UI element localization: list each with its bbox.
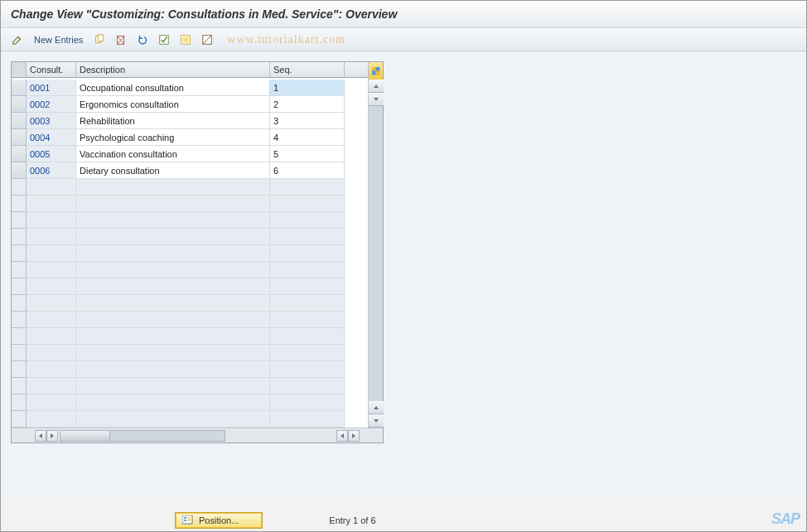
row-selector[interactable] bbox=[12, 162, 27, 179]
cell-description[interactable]: Psychological coaching bbox=[76, 129, 270, 146]
delete-icon[interactable] bbox=[113, 31, 129, 48]
select-block-icon[interactable] bbox=[177, 31, 194, 48]
cell-empty[interactable] bbox=[270, 245, 345, 262]
cell-empty[interactable] bbox=[270, 411, 345, 428]
cell-empty[interactable] bbox=[270, 278, 345, 295]
cell-consult[interactable]: 0003 bbox=[27, 113, 76, 129]
row-selector[interactable] bbox=[12, 328, 27, 345]
row-selector[interactable] bbox=[12, 229, 27, 245]
cell-empty[interactable] bbox=[270, 262, 345, 278]
cell-empty[interactable] bbox=[76, 361, 270, 378]
cell-empty[interactable] bbox=[270, 378, 345, 394]
hscroll-track[interactable] bbox=[60, 430, 225, 442]
deselect-all-icon[interactable] bbox=[199, 31, 215, 48]
hscroll-right-icon[interactable] bbox=[46, 430, 58, 442]
cell-seq[interactable]: 3 bbox=[270, 113, 345, 129]
cell-consult[interactable]: 0002 bbox=[27, 96, 76, 113]
cell-empty[interactable] bbox=[76, 312, 270, 328]
cell-empty[interactable] bbox=[270, 179, 345, 196]
undo-icon[interactable] bbox=[134, 31, 151, 48]
cell-seq[interactable]: 5 bbox=[270, 146, 345, 162]
hscroll-left-icon[interactable] bbox=[35, 430, 46, 442]
cell-description[interactable]: Occupational consultation bbox=[76, 80, 270, 96]
toggle-edit-icon[interactable] bbox=[9, 31, 26, 48]
row-selector[interactable] bbox=[12, 179, 27, 196]
row-selector[interactable] bbox=[12, 295, 27, 312]
cell-consult[interactable]: 0001 bbox=[27, 80, 76, 96]
row-selector[interactable] bbox=[12, 361, 27, 378]
row-selector[interactable] bbox=[12, 394, 27, 411]
position-button[interactable]: Position... bbox=[175, 512, 263, 529]
cell-empty[interactable] bbox=[270, 345, 345, 361]
table-settings-icon[interactable] bbox=[368, 62, 383, 80]
cell-consult[interactable]: 0004 bbox=[27, 129, 76, 146]
cell-empty[interactable] bbox=[27, 262, 76, 278]
cell-empty[interactable] bbox=[27, 229, 76, 245]
cell-empty[interactable] bbox=[76, 345, 270, 361]
cell-empty[interactable] bbox=[27, 278, 76, 295]
cell-consult[interactable]: 0005 bbox=[27, 146, 76, 162]
cell-seq[interactable]: 2 bbox=[270, 96, 345, 113]
cell-empty[interactable] bbox=[76, 229, 270, 245]
cell-empty[interactable] bbox=[27, 295, 76, 312]
cell-empty[interactable] bbox=[27, 394, 76, 411]
cell-empty[interactable] bbox=[76, 179, 270, 196]
cell-empty[interactable] bbox=[270, 328, 345, 345]
cell-empty[interactable] bbox=[270, 361, 345, 378]
cell-description[interactable]: Vaccination consultation bbox=[76, 146, 270, 162]
row-selector[interactable] bbox=[12, 278, 27, 295]
cell-empty[interactable] bbox=[27, 345, 76, 361]
cell-empty[interactable] bbox=[270, 212, 345, 229]
vertical-scrollbar[interactable] bbox=[368, 80, 383, 428]
cell-description[interactable]: Ergonomics consultation bbox=[76, 96, 270, 113]
cell-empty[interactable] bbox=[76, 196, 270, 212]
row-selector[interactable] bbox=[12, 345, 27, 361]
cell-empty[interactable] bbox=[76, 262, 270, 278]
cell-empty[interactable] bbox=[27, 361, 76, 378]
scroll-track[interactable] bbox=[369, 106, 383, 401]
cell-empty[interactable] bbox=[76, 295, 270, 312]
cell-empty[interactable] bbox=[270, 394, 345, 411]
cell-consult[interactable]: 0006 bbox=[27, 162, 76, 179]
cell-empty[interactable] bbox=[27, 179, 76, 196]
cell-empty[interactable] bbox=[27, 328, 76, 345]
cell-empty[interactable] bbox=[27, 212, 76, 229]
scroll-up2-icon[interactable] bbox=[369, 401, 384, 414]
cell-empty[interactable] bbox=[76, 378, 270, 394]
row-selector[interactable] bbox=[12, 212, 27, 229]
cell-empty[interactable] bbox=[27, 312, 76, 328]
cell-seq[interactable]: 6 bbox=[270, 162, 345, 179]
row-selector[interactable] bbox=[12, 129, 27, 146]
scroll-down-icon[interactable] bbox=[369, 93, 384, 106]
new-entries-button[interactable]: New Entries bbox=[31, 33, 86, 46]
cell-empty[interactable] bbox=[76, 278, 270, 295]
row-selector-header[interactable] bbox=[12, 62, 27, 77]
cell-empty[interactable] bbox=[270, 229, 345, 245]
row-selector[interactable] bbox=[12, 80, 27, 96]
column-header-seq[interactable]: Seq. bbox=[270, 62, 345, 77]
cell-empty[interactable] bbox=[76, 245, 270, 262]
row-selector[interactable] bbox=[12, 146, 27, 162]
cell-empty[interactable] bbox=[27, 378, 76, 394]
column-header-consult[interactable]: Consult. bbox=[27, 62, 76, 77]
column-header-description[interactable]: Description bbox=[76, 62, 270, 77]
row-selector[interactable] bbox=[12, 245, 27, 262]
hscroll-thumb[interactable] bbox=[60, 431, 110, 441]
cell-empty[interactable] bbox=[76, 212, 270, 229]
scroll-up-icon[interactable] bbox=[369, 80, 384, 93]
horizontal-scrollbar[interactable] bbox=[12, 428, 383, 443]
row-selector[interactable] bbox=[12, 312, 27, 328]
cell-empty[interactable] bbox=[270, 312, 345, 328]
row-selector[interactable] bbox=[12, 262, 27, 278]
copy-icon[interactable] bbox=[91, 31, 108, 48]
row-selector[interactable] bbox=[12, 378, 27, 394]
cell-empty[interactable] bbox=[76, 394, 270, 411]
cell-seq[interactable]: 1 bbox=[270, 80, 345, 96]
cell-description[interactable]: Dietary consultation bbox=[76, 162, 270, 179]
scroll-down2-icon[interactable] bbox=[369, 414, 384, 428]
hscroll-right2-icon[interactable] bbox=[348, 430, 360, 442]
hscroll-left2-icon[interactable] bbox=[336, 430, 348, 442]
row-selector[interactable] bbox=[12, 411, 27, 428]
row-selector[interactable] bbox=[12, 113, 27, 129]
row-selector[interactable] bbox=[12, 196, 27, 212]
